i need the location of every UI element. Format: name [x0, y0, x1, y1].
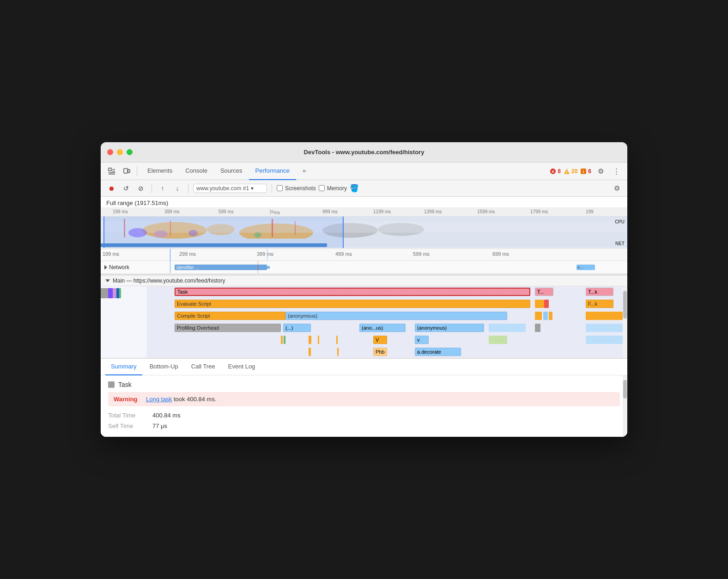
tick-1199: 1199 ms: [373, 209, 391, 214]
evaluate-right-block[interactable]: F...k: [586, 300, 613, 308]
tab-more[interactable]: »: [296, 163, 312, 180]
self-time-row: Self Time 77 μs: [108, 421, 620, 431]
self-time-label: Self Time: [108, 422, 145, 429]
network-bar1-label: identifier ...: [176, 265, 199, 270]
separator: [137, 167, 137, 176]
traffic-lights: [107, 149, 133, 155]
record-button[interactable]: ⏺: [105, 182, 117, 194]
v2-block[interactable]: v: [415, 336, 429, 344]
zoom-tick-399: 399 ms: [257, 251, 273, 257]
action-sep1: [152, 184, 152, 193]
self-time-value: 77 μs: [152, 422, 167, 429]
reload-record-button[interactable]: ↺: [120, 182, 132, 194]
clear-button[interactable]: ⊘: [135, 182, 147, 194]
tick-799: 7||ms: [269, 209, 280, 215]
settings-icon[interactable]: ⚙: [594, 165, 607, 178]
action-bar: ⏺ ↺ ⊘ ↑ ↓ www.youtube.com #1 ▾ Screensho…: [101, 180, 627, 197]
minimize-button[interactable]: [117, 149, 123, 155]
main-thread-label: Main — https://www.youtube.com/feed/hist…: [113, 277, 225, 284]
summary-title-row: Task: [108, 381, 620, 388]
summary-panel: Task Warning Long task took 400.84 ms. T…: [101, 375, 627, 437]
decorate-block[interactable]: a.decorate: [415, 348, 461, 356]
profiling-block[interactable]: Profiling Overhead: [175, 324, 281, 332]
svg-rect-5: [124, 169, 127, 173]
total-time-label: Total Time: [108, 412, 145, 419]
main-section-header: Main — https://www.youtube.com/feed/hist…: [101, 276, 627, 286]
download-button[interactable]: ↓: [171, 182, 183, 194]
tick-199b: 199: [586, 209, 594, 214]
task-block[interactable]: Task: [175, 288, 530, 296]
tab-event-log[interactable]: Event Log: [223, 359, 261, 375]
tab-console[interactable]: Console: [179, 163, 214, 180]
tick-399: 399 ms: [164, 209, 180, 214]
tick-1599: 1599 ms: [477, 209, 495, 214]
inspector-icon[interactable]: [105, 165, 118, 178]
screenshots-toggle[interactable]: Screenshots: [277, 185, 316, 192]
tab-navigation: Elements Console Sources Performance »: [141, 163, 548, 180]
task-right2-block[interactable]: T...k: [586, 288, 613, 296]
long-task-link[interactable]: Long task: [146, 396, 172, 403]
flame-scrollbar[interactable]: [623, 286, 627, 358]
maximize-button[interactable]: [127, 149, 133, 155]
profiling-row: Profiling Overhead (...) (ano...us) (ano…: [101, 322, 627, 333]
net-label: NET: [615, 241, 625, 246]
close-button[interactable]: [107, 149, 113, 155]
tab-performance[interactable]: Performance: [249, 163, 296, 180]
upload-button[interactable]: ↑: [157, 182, 169, 194]
svg-text:✕: ✕: [551, 169, 555, 174]
phb-block[interactable]: Phb: [373, 348, 387, 356]
flame-chart: Main — https://www.youtube.com/feed/hist…: [101, 276, 627, 358]
action-sep2: [188, 184, 188, 193]
zoom-ruler: 199 ms 299 ms 399 ms 499 ms 599 ms 699 m…: [101, 249, 627, 261]
tick-1799: 1799 ms: [530, 209, 548, 214]
svg-rect-0: [109, 168, 111, 171]
summary-scrollbar[interactable]: [623, 375, 627, 437]
tab-bottom-up[interactable]: Bottom-Up: [144, 359, 184, 375]
url-selector[interactable]: www.youtube.com #1 ▾: [193, 184, 267, 193]
zoom-tick-499: 499 ms: [335, 251, 352, 257]
dots-block[interactable]: (...): [283, 324, 311, 332]
warning-badge: ! 20: [564, 168, 577, 175]
evaluate-block[interactable]: Evaluate Script: [175, 300, 530, 308]
tick-1399: 1399 ms: [424, 209, 442, 214]
warning-row: Warning Long task took 400.84 ms.: [108, 392, 620, 406]
tab-summary[interactable]: Summary: [105, 359, 142, 375]
capture-settings-icon[interactable]: ⚙: [611, 182, 623, 194]
task-right1-block[interactable]: T...: [535, 288, 553, 296]
tab-sources[interactable]: Sources: [214, 163, 249, 180]
tab-elements[interactable]: Elements: [141, 163, 179, 180]
svg-rect-6: [128, 169, 130, 173]
phb-row: Phb a.decorate: [101, 346, 627, 357]
task-row: Task T... T...k: [101, 286, 627, 297]
total-time-value: 400.84 ms: [152, 412, 181, 419]
network-label: Network: [109, 264, 129, 271]
info-badge: i 6: [580, 168, 591, 175]
network-row: Network identifier ... e...: [101, 261, 627, 274]
tab-call-tree[interactable]: Call Tree: [186, 359, 221, 375]
main-expand-icon[interactable]: [105, 279, 110, 282]
v1-block[interactable]: V: [373, 336, 387, 344]
device-icon[interactable]: [120, 165, 133, 178]
zoom-tick-599: 599 ms: [413, 251, 430, 257]
memory-toggle[interactable]: Memory: [319, 185, 347, 192]
timeline-overview[interactable]: 199 ms 399 ms 599 ms 7||ms 999 ms 1199 m…: [101, 207, 627, 249]
total-time-row: Total Time 400.84 ms: [108, 410, 620, 421]
compile-block[interactable]: Compile Script: [175, 312, 285, 320]
network-bar2-label: e...: [577, 265, 583, 270]
svg-text:!: !: [566, 170, 567, 175]
dropdown-arrow-icon: ▾: [251, 185, 254, 192]
window-title: DevTools - www.youtube.com/feed/history: [304, 149, 425, 156]
network-expand-icon[interactable]: [104, 265, 107, 270]
action-sep3: [272, 184, 272, 193]
anonymous2-block[interactable]: (anonymous): [415, 324, 484, 332]
anous-block[interactable]: (ano...us): [359, 324, 406, 332]
compile-row: Compile Script (anonymous): [101, 310, 627, 321]
error-badge: ✕ 8: [550, 168, 561, 175]
anon-block[interactable]: (anonymous): [285, 312, 507, 320]
menu-icon[interactable]: ⋮: [610, 165, 623, 178]
warning-label: Warning: [114, 396, 141, 403]
zoom-tick-299: 299 ms: [179, 251, 196, 257]
evaluate-row: Evaluate Script F...k: [101, 298, 627, 309]
memory-icon[interactable]: 🪣: [350, 184, 359, 193]
devtools-window: DevTools - www.youtube.com/feed/history …: [101, 142, 627, 437]
